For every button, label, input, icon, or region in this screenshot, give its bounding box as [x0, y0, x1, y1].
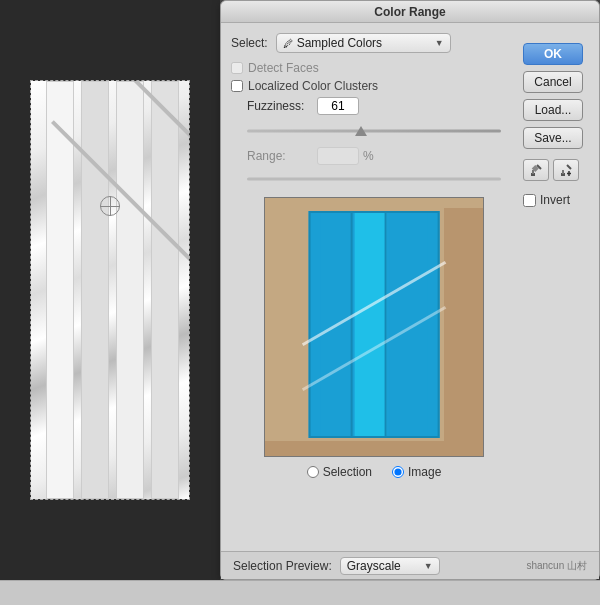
eyedropper-sample-button[interactable] — [523, 159, 549, 181]
selection-preview-value: Grayscale — [347, 559, 424, 573]
selection-radio[interactable] — [307, 466, 319, 478]
preview-container — [247, 197, 501, 457]
plank-1 — [46, 81, 74, 499]
selection-preview-dropdown[interactable]: Grayscale ▼ — [340, 557, 440, 575]
select-label: Select: — [231, 36, 268, 50]
slider-track — [247, 130, 501, 133]
selection-radio-label: Selection — [323, 465, 372, 479]
select-dropdown[interactable]: 🖉 Sampled Colors ▼ — [276, 33, 451, 53]
preview-dropdown-arrow-icon: ▼ — [424, 561, 433, 571]
plank-2 — [81, 81, 109, 499]
shutter-plank3 — [389, 213, 427, 436]
detect-faces-row: Detect Faces — [231, 61, 517, 75]
wall-left — [265, 198, 304, 456]
image-radio[interactable] — [392, 466, 404, 478]
detect-faces-checkbox[interactable] — [231, 62, 243, 74]
dialog-content: Select: 🖉 Sampled Colors ▼ Detect Faces … — [231, 33, 517, 479]
preview-image — [264, 197, 484, 457]
selection-preview-label: Selection Preview: — [233, 559, 332, 573]
invert-label: Invert — [540, 193, 570, 207]
watermark: shancun 山村 — [526, 559, 587, 573]
selection-preview-bar: Selection Preview: Grayscale ▼ shancun 山… — [221, 551, 599, 579]
dialog-titlebar: Color Range — [221, 1, 599, 23]
selection-radio-item: Selection — [307, 465, 372, 479]
image-radio-item: Image — [392, 465, 441, 479]
svg-line-6 — [567, 165, 571, 169]
svg-rect-1 — [532, 170, 534, 174]
range-row: Range: % — [247, 147, 517, 165]
range-input[interactable] — [317, 147, 359, 165]
canvas-area — [0, 0, 220, 580]
shutter-bg — [265, 198, 483, 456]
invert-checkbox[interactable] — [523, 194, 536, 207]
eyedropper-icon: 🖉 — [283, 38, 293, 49]
dialog-right-panel: OK Cancel Load... Save... — [517, 33, 589, 479]
eyedropper-tools — [523, 159, 583, 181]
select-value: Sampled Colors — [297, 36, 435, 50]
fuzziness-label: Fuzziness: — [247, 99, 317, 113]
eyedropper-add-button[interactable] — [553, 159, 579, 181]
range-percent: % — [363, 149, 374, 163]
image-radio-label: Image — [408, 465, 441, 479]
cancel-button[interactable]: Cancel — [523, 71, 583, 93]
slider-thumb[interactable] — [355, 126, 367, 136]
canvas-image-wrapper — [30, 80, 190, 500]
load-button[interactable]: Load... — [523, 99, 583, 121]
dropdown-arrow-icon: ▼ — [435, 38, 444, 48]
fuzziness-input[interactable] — [317, 97, 359, 115]
range-slider-container — [247, 171, 501, 187]
localized-clusters-row: Localized Color Clusters — [231, 79, 517, 93]
localized-clusters-label: Localized Color Clusters — [248, 79, 378, 93]
crosshair — [100, 196, 120, 216]
wall-top — [265, 198, 483, 208]
radio-row: Selection Image — [231, 465, 517, 479]
localized-clusters-checkbox[interactable] — [231, 80, 243, 92]
svg-rect-5 — [562, 170, 564, 174]
select-row: Select: 🖉 Sampled Colors ▼ — [231, 33, 517, 53]
dialog-title: Color Range — [374, 5, 445, 19]
eyedropper-sample-icon — [529, 163, 543, 177]
wall-bottom — [265, 441, 483, 456]
plank-3 — [116, 81, 144, 499]
save-button[interactable]: Save... — [523, 127, 583, 149]
detect-faces-label: Detect Faces — [248, 61, 319, 75]
fuzziness-slider-container — [247, 121, 501, 141]
color-range-dialog: Color Range Select: 🖉 Sampled Colors ▼ D… — [220, 0, 600, 580]
canvas-image — [31, 81, 189, 499]
shutter-door — [309, 211, 440, 438]
eyedropper-add-icon — [559, 163, 573, 177]
range-slider-track — [247, 178, 501, 181]
ok-button[interactable]: OK — [523, 43, 583, 65]
fuzziness-row: Fuzziness: — [247, 97, 517, 115]
wall-right — [444, 198, 483, 456]
range-label: Range: — [247, 149, 317, 163]
app-bottom-bar — [0, 580, 600, 605]
plank-4 — [151, 81, 179, 499]
invert-row: Invert — [523, 193, 583, 207]
shutter-plank2 — [355, 213, 387, 436]
